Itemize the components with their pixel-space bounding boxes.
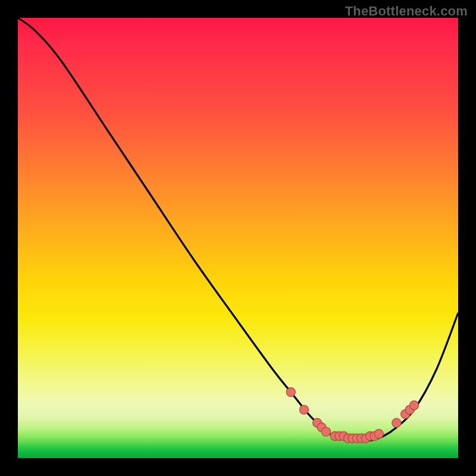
watermark-label: TheBottleneck.com xyxy=(345,4,468,19)
chart-stage: TheBottleneck.com xyxy=(0,0,476,476)
gradient-plot-area xyxy=(18,18,458,458)
